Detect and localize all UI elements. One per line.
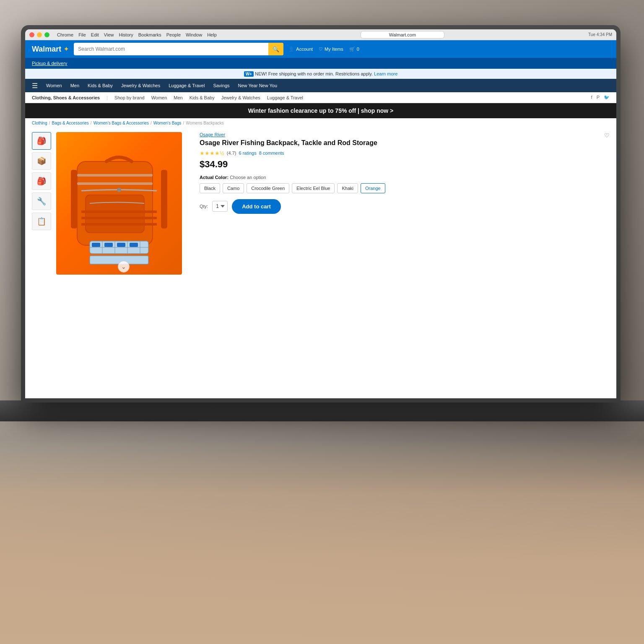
close-button[interactable] — [29, 32, 34, 37]
svg-point-20 — [117, 188, 121, 192]
cat-nav-shop-brand[interactable]: Shop by brand — [114, 95, 145, 100]
cat-nav-jewelry[interactable]: Jewelry & Watches — [221, 95, 260, 100]
ratings-link[interactable]: 6 ratings — [239, 151, 256, 156]
breadcrumb-sep-1: / — [49, 121, 50, 125]
menu-window[interactable]: Window — [186, 32, 202, 37]
cat-nav-divider: | — [106, 95, 108, 100]
comments-link[interactable]: 8 comments — [259, 151, 284, 156]
breadcrumb-womens-bags[interactable]: Women's Bags — [153, 121, 182, 125]
breadcrumb-clothing[interactable]: Clothing — [32, 121, 47, 125]
color-orange[interactable]: Orange — [361, 183, 385, 193]
account-button[interactable]: 👤 Account — [288, 47, 313, 52]
learn-more-link[interactable]: Learn more — [374, 71, 397, 76]
walmart-site: Walmart ✦ 🔍 👤 Account — [25, 40, 616, 398]
account-label: Account — [296, 47, 313, 52]
product-details: ♡ Osage River Osage River Fishing Backpa… — [191, 132, 610, 275]
menu-view[interactable]: View — [104, 32, 114, 37]
cat-nav-women[interactable]: Women — [151, 95, 167, 100]
my-items-button[interactable]: ♡ My Items — [319, 47, 343, 52]
url-bar[interactable]: Walmart.com — [361, 31, 444, 39]
breadcrumb-bags[interactable]: Bags & Accessories — [52, 121, 88, 125]
nav-jewelry[interactable]: Jewelry & Watches — [121, 83, 160, 88]
rating-section: ★★★★½ (4.7) 6 ratings 8 comments — [200, 150, 610, 156]
thumb-3[interactable]: 🎒 — [32, 172, 51, 190]
hamburger-menu[interactable]: ☰ — [32, 82, 38, 90]
scene: Chrome File Edit View History Bookmarks … — [0, 0, 644, 644]
menu-file[interactable]: File — [78, 32, 86, 37]
thumb-1[interactable]: 🎒 — [32, 132, 51, 150]
svg-rect-8 — [161, 170, 167, 229]
laptop-screen-bezel: Chrome File Edit View History Bookmarks … — [25, 29, 616, 398]
facebook-icon[interactable]: f — [591, 95, 592, 100]
social-icons: f P 🐦 — [591, 95, 610, 100]
product-price: $34.99 — [200, 159, 610, 170]
menu-people[interactable]: People — [166, 32, 181, 37]
svg-rect-15 — [92, 243, 100, 247]
nav-kids-baby[interactable]: Kids & Baby — [88, 83, 113, 88]
heart-icon: ♡ — [319, 47, 323, 52]
color-electric-eel[interactable]: Electric Eel Blue — [292, 183, 335, 193]
menu-history[interactable]: History — [119, 32, 133, 37]
wplus-logo: W+ — [244, 71, 254, 77]
menu-edit[interactable]: Edit — [91, 32, 99, 37]
product-gallery: 🎒 📦 🎒 🔧 — [32, 132, 191, 275]
thumb-4[interactable]: 🔧 — [32, 192, 51, 210]
cat-nav-main: Clothing, Shoes & Accessories — [32, 95, 100, 100]
add-to-cart-button[interactable]: Add to cart — [232, 199, 281, 214]
nav-women[interactable]: Women — [46, 83, 62, 88]
thumb-img-3: 🎒 — [37, 177, 46, 186]
cat-nav-kids[interactable]: Kids & Baby — [190, 95, 215, 100]
color-options: Black Camo Crocodile Green Electric Eel … — [200, 183, 610, 193]
logo-star: ✦ — [64, 46, 69, 52]
minimize-button[interactable] — [37, 32, 42, 37]
nav-savings[interactable]: Savings — [213, 83, 229, 88]
nav-luggage[interactable]: Luggage & Travel — [169, 83, 205, 88]
svg-rect-5 — [77, 174, 153, 177]
sale-banner[interactable]: Winter fashion clearance up to 75% off |… — [25, 103, 616, 118]
cart-button[interactable]: 🛒 0 — [349, 47, 359, 52]
logo-text: Walmart — [32, 45, 61, 54]
thumb-5[interactable]: 📋 — [32, 213, 51, 230]
color-label: Actual Color: Choose an option — [200, 175, 610, 180]
cat-nav: Clothing, Shoes & Accessories | Shop by … — [25, 92, 616, 103]
thumb-img-1: 🎒 — [37, 136, 46, 145]
qty-select[interactable]: 1 2 3 — [212, 201, 228, 212]
mac-menu: Chrome File Edit View History Bookmarks … — [57, 32, 217, 37]
pinterest-icon[interactable]: P — [597, 95, 600, 100]
nav-men[interactable]: Men — [70, 83, 79, 88]
thumb-2[interactable]: 📦 — [32, 152, 51, 170]
scroll-down-button[interactable]: ⌄ — [118, 261, 130, 273]
color-croc-green[interactable]: Crocodile Green — [247, 183, 289, 193]
url-bar-area: Walmart.com — [220, 31, 585, 39]
search-input[interactable] — [74, 46, 268, 52]
breadcrumb-sep-4: / — [183, 121, 184, 125]
cat-nav-luggage[interactable]: Luggage & Travel — [267, 95, 303, 100]
wishlist-icon[interactable]: ♡ — [604, 132, 610, 139]
color-khaki[interactable]: Khaki — [337, 183, 358, 193]
title-bar: Chrome File Edit View History Bookmarks … — [25, 29, 616, 40]
brand-link[interactable]: Osage River — [200, 132, 610, 137]
twitter-icon[interactable]: 🐦 — [604, 95, 610, 100]
search-button[interactable]: 🔍 — [268, 43, 283, 55]
color-black[interactable]: Black — [200, 183, 220, 193]
cat-nav-men[interactable]: Men — [174, 95, 182, 100]
menu-chrome[interactable]: Chrome — [57, 32, 73, 37]
menu-bookmarks[interactable]: Bookmarks — [138, 32, 161, 37]
system-info: Tue 4:34 PM — [588, 32, 612, 37]
menu-help[interactable]: Help — [207, 32, 217, 37]
breadcrumb-sep-2: / — [91, 121, 92, 125]
cart-count: 0 — [357, 47, 359, 52]
color-camo[interactable]: Camo — [223, 183, 244, 193]
maximize-button[interactable] — [44, 32, 49, 37]
nav-new-year[interactable]: New Year New You — [238, 83, 278, 88]
nav-menu: ☰ Women Men Kids & Baby Jewelry & Watche… — [25, 79, 616, 92]
pickup-delivery-link[interactable]: Pickup & delivery — [32, 61, 67, 66]
search-bar[interactable]: 🔍 — [74, 43, 283, 55]
breadcrumb-womens-bags-acc[interactable]: Women's Bags & Accessories — [93, 121, 149, 125]
breadcrumb: Clothing / Bags & Accessories / Women's … — [25, 118, 616, 128]
breadcrumb-sep-3: / — [151, 121, 152, 125]
svg-rect-6 — [77, 182, 153, 185]
cart-icon: 🛒 — [349, 47, 355, 52]
thumb-img-5: 📋 — [37, 217, 46, 226]
browser-window: Chrome File Edit View History Bookmarks … — [25, 29, 616, 398]
